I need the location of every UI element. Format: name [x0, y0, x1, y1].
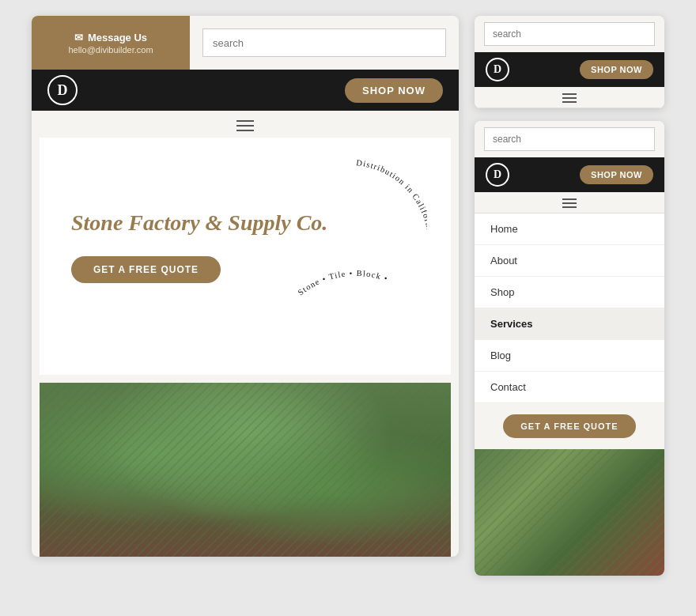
phone-mockup-right-top: D SHOP NOW [475, 16, 664, 108]
phone-mockup-right-bottom: D SHOP NOW HomeAboutShopServicesBlogCont… [475, 121, 664, 576]
hamburger-menu-icon[interactable] [236, 120, 254, 131]
nav-bar: D SHOP NOW [32, 70, 459, 111]
svg-text:Distribution in California: Distribution in California [356, 158, 427, 236]
hamburger-row-sm-bottom [475, 192, 664, 214]
nav-menu-item-contact[interactable]: Contact [475, 372, 664, 403]
plant-image-sm [475, 449, 664, 576]
search-section [190, 16, 459, 70]
search-section-sm-top [475, 16, 664, 52]
nav-menu: HomeAboutShopServicesBlogContact [475, 214, 664, 403]
arc-text-svg: Stone • Tile • Block • Distribution in C… [285, 153, 427, 327]
logo-sm-bottom[interactable]: D [486, 163, 509, 187]
right-column: D SHOP NOW D SHOP NOW Ho [475, 16, 664, 576]
top-bar: Message Us hello@divibuilder.com [32, 16, 459, 70]
nav-bar-sm-bottom: D SHOP NOW [475, 157, 664, 192]
nav-menu-item-home[interactable]: Home [475, 214, 664, 245]
phone-mockup-left: Message Us hello@divibuilder.com D SHOP … [32, 16, 459, 557]
nav-menu-item-about[interactable]: About [475, 245, 664, 277]
hero-content: Stone • Tile • Block • Distribution in C… [40, 138, 451, 375]
search-section-sm-bottom [475, 121, 664, 157]
shop-now-button-sm-top[interactable]: SHOP NOW [580, 60, 653, 79]
logo[interactable]: D [47, 75, 78, 105]
search-input-right-top[interactable] [484, 22, 655, 46]
nav-menu-item-services[interactable]: Services [475, 308, 664, 340]
plant-image [40, 383, 451, 557]
search-input-right-bottom[interactable] [484, 127, 655, 151]
hamburger-icon-sm-bottom[interactable] [562, 198, 577, 208]
search-input[interactable] [202, 28, 446, 57]
nav-bar-sm-top: D SHOP NOW [475, 52, 664, 87]
arc-text-container: Stone • Tile • Block • Distribution in C… [285, 153, 427, 327]
hamburger-row [32, 111, 459, 138]
quote-button[interactable]: GET A FREE QUOTE [71, 256, 221, 283]
hamburger-row-sm-top [475, 87, 664, 108]
shop-now-button-sm-bottom[interactable]: SHOP NOW [580, 165, 653, 184]
logo-sm-top[interactable]: D [486, 58, 509, 81]
hamburger-icon-sm-top[interactable] [562, 93, 577, 103]
email-address: hello@divibuilder.com [68, 45, 153, 55]
nav-menu-item-shop[interactable]: Shop [475, 277, 664, 308]
shop-now-button[interactable]: SHOP NOW [345, 78, 443, 103]
envelope-icon [74, 32, 83, 43]
quote-button-sm[interactable]: GET A FREE QUOTE [503, 414, 635, 438]
svg-text:Stone • Tile • Block •: Stone • Tile • Block • [296, 269, 389, 297]
message-title: Message Us [74, 32, 147, 43]
message-section: Message Us hello@divibuilder.com [32, 16, 190, 70]
nav-menu-item-blog[interactable]: Blog [475, 340, 664, 372]
